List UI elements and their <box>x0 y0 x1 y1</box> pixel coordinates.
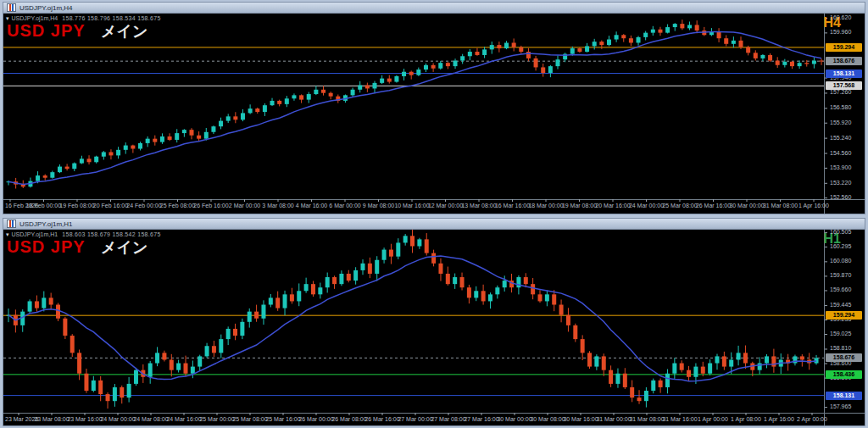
time-axis-label: 25 Mar 08:00 <box>662 203 697 208</box>
price-tick-label: 152.560 <box>830 194 851 201</box>
time-axis-label: 1 Apr 16:00 <box>798 203 829 208</box>
watermark-symbol: USD JPY <box>7 237 86 256</box>
time-axis-label: 23 Mar 16:00 <box>67 416 102 422</box>
price-tick-label: 157.260 <box>830 89 851 96</box>
price-tick-label: 155.240 <box>830 135 851 142</box>
time-axis-label: 19 Mar 08:00 <box>562 203 597 208</box>
time-axis-label: 1 Apr 08:00 <box>731 416 761 422</box>
price-tag: 158.676 <box>826 353 862 362</box>
candlestick-chart-h4[interactable] <box>3 14 865 214</box>
price-axis[interactable]: 160.620159.960157.940157.260156.580155.9… <box>825 14 865 214</box>
time-axis-label: 26 Feb 16:00 <box>193 203 228 208</box>
price-tick-label: 159.660 <box>830 286 851 293</box>
moving-average-line <box>8 32 821 185</box>
time-axis-label: 24 Feb 00:00 <box>126 203 161 208</box>
time-axis-label: 30 Mar 08:00 <box>530 416 565 422</box>
window-title: USDJPY.oj1m,H1 <box>19 220 73 228</box>
time-axis-label: 23 Mar 08:00 <box>34 416 69 422</box>
chart-area: ▾USDJPY.oj1m,H4158.776 158.796 158.534 1… <box>3 14 865 214</box>
ohlc-values: 158.603 158.679 158.542 158.675 <box>62 231 160 237</box>
time-axis-label: 26 Mar 16:00 <box>696 203 731 208</box>
candlestick-chart-h1[interactable] <box>3 230 865 425</box>
time-axis-label: 3 Mar 08:00 <box>262 203 293 208</box>
price-tick-label: 158.810 <box>830 345 851 352</box>
time-axis-label: 18 Feb 00:00 <box>26 203 61 208</box>
watermark-note: メイン <box>101 23 147 40</box>
price-tick-label: 159.025 <box>830 331 851 337</box>
time-axis-label: 26 Mar 08:00 <box>331 416 366 422</box>
chart-window-icon <box>7 3 16 12</box>
price-tick-label: 153.900 <box>830 164 851 171</box>
time-axis-label: 24 Mar 00:00 <box>100 416 135 422</box>
price-tick-label: 159.445 <box>830 302 851 308</box>
time-axis-label: 2 Mar 00:00 <box>229 203 260 208</box>
time-axis-label: 31 Mar 00:00 <box>596 416 631 422</box>
price-tick-label: 159.870 <box>830 272 851 279</box>
mt4-workspace: { "app": {"background": "#b5c4d9"}, "pan… <box>0 0 868 428</box>
symbol-period-label: USDJPY.oj1m,H1 <box>12 231 58 237</box>
watermark: USD JPY メイン <box>7 237 147 258</box>
time-axis-label: 9 Mar 08:00 <box>363 203 394 208</box>
time-axis-label: 24 Mar 08:00 <box>133 416 168 422</box>
one-click-trading-arrow-icon[interactable]: ▾ <box>6 231 9 237</box>
time-axis-label: 26 Mar 00:00 <box>298 416 333 422</box>
one-click-trading-arrow-icon[interactable]: ▾ <box>6 15 9 21</box>
time-axis-label: 31 Mar 08:00 <box>763 203 798 208</box>
window-titlebar[interactable]: USDJPY.oj1m,H4 <box>3 3 865 14</box>
price-tag: 158.131 <box>826 69 862 78</box>
window-title: USDJPY.oj1m,H4 <box>19 4 73 12</box>
time-axis-label: 13 Mar 08:00 <box>461 203 496 208</box>
time-axis-label: 20 Mar 16:00 <box>595 203 630 208</box>
time-axis-label: 25 Mar 00:00 <box>199 416 234 422</box>
time-axis-label: 25 Mar 08:00 <box>232 416 267 422</box>
price-tag: 157.568 <box>826 81 862 90</box>
chart-area: ▾USDJPY.oj1m,H1158.603 158.679 158.542 1… <box>3 230 865 425</box>
chart-window-h1: USDJPY.oj1m,H1 ▾USDJPY.oj1m,H1158.603 15… <box>3 218 865 426</box>
time-axis-label: 27 Mar 08:00 <box>431 416 465 422</box>
price-tick-label: 160.080 <box>830 258 851 264</box>
time-axis-label: 19 Feb 08:00 <box>59 203 94 208</box>
time-axis-label: 24 Mar 00:00 <box>629 203 664 208</box>
time-axis-label: 25 Mar 16:00 <box>265 416 300 422</box>
time-axis-label: 10 Mar 16:00 <box>394 203 429 208</box>
price-tick-label: 160.620 <box>830 14 851 21</box>
time-axis-label: 1 Apr 00:00 <box>698 416 728 422</box>
time-axis-label: 30 Mar 00:00 <box>497 416 531 422</box>
time-axis-label: 27 Mar 16:00 <box>464 416 498 422</box>
chart-window-icon <box>7 220 16 228</box>
price-tick-label: 153.220 <box>830 180 851 186</box>
price-tick-label: 157.965 <box>830 403 851 410</box>
price-tick-label: 160.505 <box>830 230 851 236</box>
time-axis-label: 30 Mar 00:00 <box>729 203 764 208</box>
price-tick-label: 155.920 <box>830 120 851 126</box>
time-axis-label: 26 Mar 16:00 <box>364 416 399 422</box>
price-axis[interactable]: 160.505160.295160.080159.870159.660159.4… <box>825 230 865 425</box>
price-tag: 158.131 <box>826 392 862 400</box>
ohlc-info: ▾USDJPY.oj1m,H4158.776 158.796 158.534 1… <box>6 15 161 22</box>
price-tag: 159.294 <box>826 311 862 320</box>
price-tick-label: 160.295 <box>830 243 851 250</box>
time-axis-label: 24 Mar 16:00 <box>166 416 201 422</box>
chart-window-h4: USDJPY.oj1m,H4 ▾USDJPY.oj1m,H4158.776 15… <box>3 2 865 214</box>
watermark-symbol: USD JPY <box>7 21 86 40</box>
moving-average-line <box>8 256 816 381</box>
watermark-note: メイン <box>101 239 147 256</box>
price-tag: 158.436 <box>826 370 862 379</box>
time-axis[interactable]: 16 Feb 202618 Feb 00:0019 Feb 08:0020 Fe… <box>3 202 824 212</box>
price-tick-label: 154.560 <box>830 150 851 157</box>
time-axis-label: 20 Feb 16:00 <box>93 203 128 208</box>
time-axis-label: 16 Mar 16:00 <box>495 203 530 208</box>
time-axis-label: 31 Mar 08:00 <box>629 416 664 422</box>
candles <box>7 19 824 188</box>
time-axis[interactable]: 23 Mar 202623 Mar 08:0023 Mar 16:0024 Ma… <box>3 415 824 425</box>
time-axis-label: 4 Mar 16:00 <box>296 203 327 208</box>
time-axis-label: 1 Apr 16:00 <box>764 416 794 422</box>
time-axis-label: 27 Mar 00:00 <box>398 416 432 422</box>
watermark: USD JPY メイン <box>7 21 147 42</box>
price-tick-label: 159.960 <box>830 29 851 36</box>
ohlc-values: 158.776 158.796 158.534 158.675 <box>62 15 160 21</box>
ohlc-info: ▾USDJPY.oj1m,H1158.603 158.679 158.542 1… <box>6 231 161 238</box>
symbol-period-label: USDJPY.oj1m,H4 <box>12 15 58 21</box>
time-axis-label: 2 Apr 00:00 <box>797 416 827 422</box>
window-titlebar[interactable]: USDJPY.oj1m,H1 <box>3 219 865 230</box>
